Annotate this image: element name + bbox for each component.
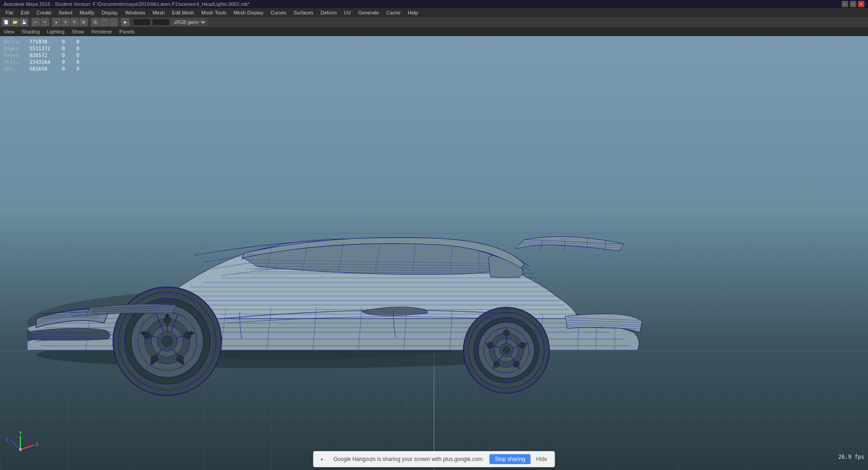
undo-button[interactable]: ↩ <box>32 18 40 26</box>
svg-point-83 <box>151 361 154 364</box>
menu-windows[interactable]: Windows <box>122 9 149 16</box>
context-renderer[interactable]: Renderer <box>91 29 112 34</box>
title-bar: Autodesk Maya 2016 - Student Version: F:… <box>0 0 868 8</box>
verts-sel2: 0 <box>76 38 90 45</box>
svg-point-104 <box>513 361 519 367</box>
svg-point-96 <box>503 347 510 354</box>
faces-sel1: 0 <box>62 52 75 59</box>
faces-value: 826572 <box>29 52 61 59</box>
svg-point-67 <box>162 336 173 347</box>
select-tool-button[interactable]: ▸ <box>52 18 61 26</box>
context-panels[interactable]: Panels <box>119 29 135 34</box>
context-view[interactable]: View <box>4 29 14 34</box>
svg-text:X: X <box>35 442 39 447</box>
snap-grid-button[interactable]: ⊞ <box>91 18 99 26</box>
snap-point-button[interactable]: · <box>109 18 118 26</box>
context-shading[interactable]: Shading <box>22 29 40 34</box>
redo-button[interactable]: ↪ <box>41 18 49 26</box>
render-button[interactable]: ▶ <box>121 18 129 26</box>
menu-help[interactable]: Help <box>404 9 422 16</box>
verts-value: 775930 <box>29 38 61 45</box>
menu-mesh[interactable]: Mesh <box>149 9 168 16</box>
menu-generate[interactable]: Generate <box>354 9 382 16</box>
menu-display[interactable]: Display <box>98 9 122 16</box>
menu-bar: File Edit Create Select Modify Display W… <box>0 8 868 17</box>
edges-value: 1511372 <box>29 45 61 52</box>
maximize-button[interactable]: □ <box>850 1 856 7</box>
svg-line-135 <box>20 445 34 450</box>
menu-deform[interactable]: Deform <box>317 9 340 16</box>
menu-create[interactable]: Create <box>33 9 55 16</box>
hangouts-message: Google Hangouts is sharing your screen w… <box>334 456 484 462</box>
minimize-button[interactable]: — <box>842 1 848 7</box>
svg-point-84 <box>142 331 145 335</box>
menu-edit[interactable]: Edit <box>17 9 33 16</box>
svg-point-102 <box>503 330 509 336</box>
menu-select[interactable]: Select <box>55 9 76 16</box>
menu-curves[interactable]: Curves <box>267 9 290 16</box>
car-wireframe: X Y Z <box>0 59 868 470</box>
window-controls: — □ ✕ <box>842 1 864 7</box>
scale-tool-button[interactable]: ⊞ <box>80 18 88 26</box>
svg-line-139 <box>11 441 20 450</box>
open-scene-button[interactable]: 📂 <box>11 18 19 26</box>
svg-point-106 <box>487 342 493 348</box>
context-toolbar: View Shading Lighting Show Renderer Pane… <box>0 27 868 36</box>
menu-uv[interactable]: UV <box>340 9 354 16</box>
uvs-label: UVs: <box>4 66 28 72</box>
faces-label: Faces: <box>4 52 28 59</box>
edges-sel2: 0 <box>76 45 90 52</box>
svg-point-103 <box>519 342 526 348</box>
close-button[interactable]: ✕ <box>858 1 864 7</box>
tris-label: Tris: <box>4 59 28 66</box>
hangouts-icon: ▪ <box>321 456 328 463</box>
svg-point-82 <box>180 361 184 364</box>
tris-sel2: 0 <box>76 59 90 66</box>
verts-sel1: 0 <box>62 38 75 45</box>
menu-cache[interactable]: Cache <box>382 9 404 16</box>
hide-button[interactable]: Hide <box>536 456 547 462</box>
verts-label: Verts: <box>4 38 28 45</box>
value2-input[interactable]: 1.00 <box>152 19 170 26</box>
save-scene-button[interactable]: 💾 <box>20 18 28 26</box>
tris-sel1: 0 <box>62 59 75 66</box>
mesh-stats: Verts: 775930 0 0 Edges: 1511372 0 0 Fac… <box>4 38 90 72</box>
uvs-sel1: 0 <box>62 66 75 72</box>
fps-value: 26.9 fps <box>838 454 864 460</box>
menu-surfaces[interactable]: Surfaces <box>290 9 317 16</box>
svg-point-105 <box>493 361 500 367</box>
edges-label: Edges: <box>4 45 28 52</box>
edges-sel1: 0 <box>62 45 75 52</box>
tris-value: 1343164 <box>29 59 61 66</box>
context-show[interactable]: Show <box>72 29 85 34</box>
move-tool-button[interactable]: ✛ <box>61 18 70 26</box>
menu-mesh-display[interactable]: Mesh Display <box>230 9 267 16</box>
svg-point-141 <box>19 448 22 451</box>
color-mode-dropdown[interactable]: sRGB gamma <box>171 19 207 26</box>
window-title: Autodesk Maya 2016 - Student Version: F:… <box>4 1 250 7</box>
uvs-value: 581650 <box>29 66 61 72</box>
snap-curve-button[interactable]: ⌒ <box>100 18 108 26</box>
svg-point-81 <box>189 331 193 335</box>
new-scene-button[interactable]: 📄 <box>2 18 10 26</box>
main-toolbar: 📄 📂 💾 ↩ ↪ ▸ ✛ ↻ ⊞ ⊞ ⌒ · ▶ 0.00 1.00 sRGB… <box>0 17 868 27</box>
menu-file[interactable]: File <box>2 9 17 16</box>
fps-display: 26.9 fps <box>838 454 864 460</box>
menu-edit-mesh[interactable]: Edit Mesh <box>168 9 198 16</box>
svg-text:Z: Z <box>6 437 9 442</box>
rotate-tool-button[interactable]: ↻ <box>71 18 79 26</box>
menu-mesh-tools[interactable]: Mesh Tools <box>198 9 230 16</box>
menu-modify[interactable]: Modify <box>76 9 98 16</box>
uvs-sel2: 0 <box>76 66 90 72</box>
stop-sharing-button[interactable]: Stop sharing <box>489 454 530 464</box>
hangouts-notification: ▪ Google Hangouts is sharing your screen… <box>313 451 555 467</box>
value1-input[interactable]: 0.00 <box>133 19 151 26</box>
viewport[interactable]: X Y Z <box>0 36 868 470</box>
faces-sel2: 0 <box>76 52 90 59</box>
context-lighting[interactable]: Lighting <box>47 29 65 34</box>
svg-text:Y: Y <box>19 430 23 436</box>
svg-point-80 <box>165 314 169 318</box>
